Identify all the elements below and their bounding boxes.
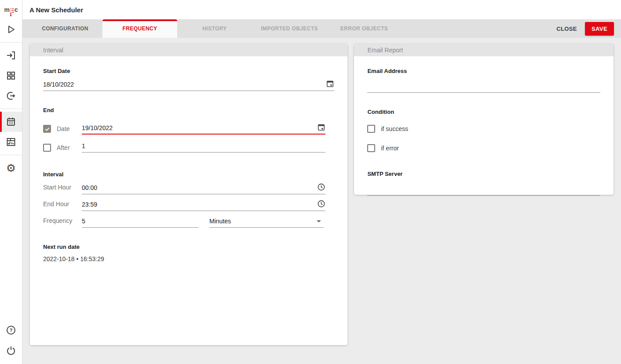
sidebar-item-run[interactable] [0,19,22,40]
email-address-field [367,74,600,93]
login-icon [6,50,16,61]
end-after-field [82,142,325,153]
sidebar-item-reports[interactable] [0,132,22,152]
clock-icon[interactable] [317,183,325,191]
calendar-icon [7,116,16,127]
next-run-value: 2022-10-18 • 16:53:29 [43,255,334,262]
interval-card: Interval Start Date End [30,44,347,345]
if-success-label: if success [381,125,408,132]
titlebar: A New Scheduler [22,0,621,19]
tab-history: HISTORY [177,19,252,38]
smtp-server-input[interactable] [367,177,600,195]
sidebar-divider [0,42,22,43]
power-icon [6,345,16,356]
sidebar-item-objects[interactable] [0,66,22,86]
calendar-picker-icon[interactable] [317,123,325,131]
sidebar-item-help[interactable]: ? [0,320,22,340]
calendar-picker-icon[interactable] [326,80,334,88]
end-hour-row: End Hour [43,194,334,211]
end-after-checkbox[interactable] [43,144,51,152]
logo-letter-left: m [4,7,9,13]
tabbar: CONFIGURATION FREQUENCY HISTORY IMPORTED… [22,19,621,38]
end-after-input[interactable] [82,142,325,149]
start-hour-input[interactable] [82,184,317,191]
email-address-label: Email Address [367,68,600,74]
condition-success-row: if success [367,125,600,133]
frequency-unit-select[interactable]: Minutes [209,218,324,228]
smtp-server-field [367,177,600,196]
if-error-label: if error [381,145,398,152]
svg-text:?: ? [10,328,13,333]
end-hour-field [82,200,325,211]
interval-card-header: Interval [30,44,347,56]
logo-dots [11,8,12,13]
frequency-unit-value: Minutes [209,218,317,225]
tab-imported-objects: IMPORTED OBJECTS [252,19,327,38]
end-date-row: Date [43,123,334,135]
help-icon: ? [6,325,16,335]
interval-section-label: Interval [43,171,334,178]
start-date-field [43,80,334,91]
start-date-label: Start Date [43,68,334,74]
frequency-row: Frequency Minutes [43,211,334,228]
end-date-checkbox[interactable] [43,125,51,133]
sidebar-divider [0,109,22,109]
sidebar-item-settings[interactable]: ⚙ [0,158,22,178]
if-error-checkbox[interactable] [367,144,375,152]
end-label: End [43,107,334,113]
sidebar-item-power[interactable] [0,340,22,360]
next-run-label: Next run date [43,244,334,250]
sidebar-item-scheduler[interactable] [0,112,22,132]
report-icon [6,137,16,147]
page-title: A New Scheduler [29,6,83,14]
email-card-header: Email Report [354,44,614,56]
frequency-input[interactable] [82,218,198,225]
start-hour-label: Start Hour [43,184,71,191]
start-date-input[interactable] [43,81,326,88]
chevron-down-icon [317,220,321,222]
settings-gear-icon: ⚙ [6,163,16,174]
close-button[interactable]: CLOSE [556,25,577,32]
end-date-input[interactable] [82,124,317,131]
end-after-row: After [43,142,334,153]
start-hour-field [82,183,325,194]
clock-icon[interactable] [317,200,325,208]
sidebar: m c [0,0,22,364]
tab-error-objects: ERROR OBJECTS [327,19,402,38]
logout-icon [6,91,16,101]
tabbar-actions: CLOSE SAVE [556,19,621,38]
app-logo: m c [0,0,22,19]
sidebar-item-import[interactable] [0,45,22,66]
smtp-server-label: SMTP Server [367,171,600,177]
end-date-field [82,123,325,135]
if-success-checkbox[interactable] [367,125,375,133]
apps-grid-icon [6,70,16,81]
email-address-input[interactable] [367,74,600,92]
play-icon [6,24,16,35]
email-report-card: Email Report Email Address Condition if … [354,44,614,195]
logo-letter-right: c [15,7,18,13]
end-hour-input[interactable] [82,201,317,208]
sidebar-item-export[interactable] [0,86,22,106]
sidebar-divider [0,155,22,155]
condition-error-row: if error [367,144,600,152]
end-hour-label: End Hour [43,200,69,207]
tab-frequency[interactable]: FREQUENCY [102,19,177,38]
main-content: Interval Start Date End [22,38,621,364]
start-hour-row: Start Hour [43,178,334,194]
tab-configuration[interactable]: CONFIGURATION [28,19,102,38]
frequency-label: Frequency [43,217,72,224]
condition-label: Condition [367,109,600,115]
save-button[interactable]: SAVE [585,22,614,36]
frequency-field [82,218,198,228]
end-date-option-label: Date [57,125,70,132]
end-after-option-label: After [57,144,70,151]
